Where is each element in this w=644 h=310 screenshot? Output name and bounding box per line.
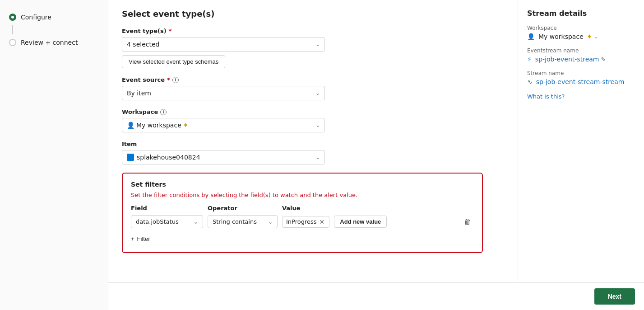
filter-row: data.jobStatus ⌄ String contains ⌄ InPro… [131,215,474,228]
event-source-info-icon[interactable]: i [172,77,179,83]
diamond-icon: ♦ [183,122,188,128]
what-is-link[interactable]: What is this? [527,93,565,100]
event-types-label: Event type(s) * [122,28,483,34]
event-source-value: By item [127,89,151,97]
eventstream-name: sp-job-event-stream [535,56,599,63]
event-source-label: Event source * i [122,76,483,83]
value-close-icon[interactable]: ✕ [319,218,326,225]
workspace-dropdown[interactable]: 👤 My workspace ♦ ⌄ [122,118,325,132]
plus-icon: + [131,235,134,242]
panel-workspace-label: Workspace [527,25,635,31]
item-label: Item [122,141,483,147]
panel-stream-value: ∿ sp-job-event-stream-stream [527,78,635,85]
item-group: Item splakehouse040824 ⌄ [122,141,483,164]
chevron-down-icon: ⌄ [315,41,320,47]
footer: Next [108,282,518,310]
event-types-group: Event type(s) * 4 selected ⌄ View select… [122,28,483,68]
operator-value: String contains [213,218,257,225]
col-field-header: Field [131,205,203,211]
chevron-down-icon-operator: ⌄ [268,219,273,225]
step-connector [12,25,13,34]
step-circle-review [9,39,16,46]
right-panel: Stream details Workspace 👤 My workspace … [518,0,644,310]
panel-stream-label: Stream name [527,70,635,76]
section-title: Select event type(s) [122,9,483,19]
item-value: splakehouse040824 [137,154,200,161]
event-types-dropdown[interactable]: 4 selected ⌄ [122,37,325,52]
stream-name: sp-job-event-stream-stream [536,78,625,85]
delete-filter-icon[interactable]: 🗑 [461,216,474,228]
panel-eventstream-label: Eventstream name [527,47,635,54]
add-filter-button[interactable]: + Filter [131,233,150,245]
value-text: InProgress [286,218,317,225]
workspace-group: Workspace i 👤 My workspace ♦ ⌄ [122,108,483,132]
sidebar-configure-label: Configure [21,14,51,21]
chevron-down-icon-source: ⌄ [315,90,320,96]
operator-dropdown[interactable]: String contains ⌄ [208,215,278,228]
sidebar-item-review[interactable]: Review + connect [0,34,108,51]
chevron-down-icon-workspace: ⌄ [315,122,320,128]
filters-title: Set filters [131,181,474,188]
panel-person-icon: 👤 [527,33,535,40]
event-source-required: * [167,76,170,83]
panel-workspace-text: My workspace [538,33,584,40]
sidebar: Configure Review + connect [0,0,108,310]
panel-eventstream-value: ⚡ sp-job-event-stream ✎ [527,56,635,63]
item-dropdown[interactable]: splakehouse040824 ⌄ [122,150,325,164]
col-value-header: Value [282,205,474,211]
add-filter-label: Filter [137,235,150,242]
main-content: Select event type(s) Event type(s) * 4 s… [108,0,518,310]
panel-workspace-chevron[interactable]: ⌄ [594,34,598,40]
event-source-group: Event source * i By item ⌄ [122,76,483,100]
event-source-dropdown[interactable]: By item ⌄ [122,86,325,100]
col-operator-header: Operator [208,205,278,211]
required-star: * [169,28,172,34]
chevron-down-icon-item: ⌄ [315,154,320,160]
value-tag: InProgress ✕ [282,216,329,228]
sidebar-review-label: Review + connect [21,39,78,46]
chevron-down-icon-field: ⌄ [194,219,198,225]
item-type-icon [127,154,134,161]
panel-title: Stream details [527,9,635,18]
add-value-button[interactable]: Add new value [334,216,387,228]
person-icon: 👤 [127,122,134,129]
workspace-value: My workspace [136,122,181,129]
field-dropdown[interactable]: data.jobStatus ⌄ [131,215,203,228]
field-value: data.jobStatus [136,218,179,225]
step-circle-configure [9,14,16,21]
workspace-label: Workspace i [122,108,483,115]
filters-description: Set the filter conditions by selecting t… [131,192,474,198]
panel-workspace-value: 👤 My workspace ♦ ⌄ [527,33,635,40]
eventstream-icon: ⚡ [527,56,532,63]
sidebar-item-configure[interactable]: Configure [0,9,108,25]
filters-box: Set filters Set the filter conditions by… [122,173,483,253]
stream-icon: ∿ [527,78,533,85]
view-schemas-button[interactable]: View selected event type schemas [122,55,225,68]
edit-icon[interactable]: ✎ [601,56,606,63]
event-types-value: 4 selected [127,41,159,48]
panel-diamond-icon: ♦ [587,33,592,40]
workspace-row: 👤 My workspace ♦ [127,122,188,129]
filter-row-headers: Field Operator Value [131,205,474,211]
workspace-info-icon[interactable]: i [160,109,167,115]
